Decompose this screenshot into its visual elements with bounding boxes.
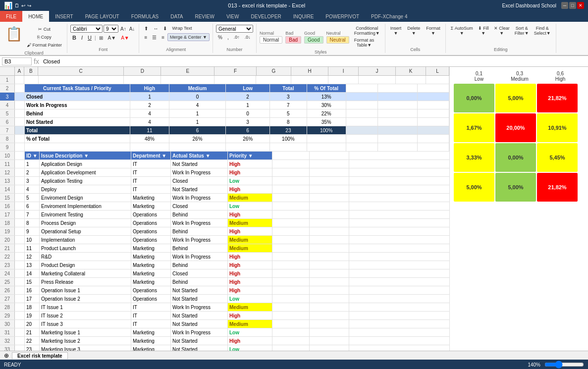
row-num-3[interactable]: 3 [0,93,15,101]
task-id-20[interactable]: 10 [25,236,40,244]
task-desc-23[interactable]: Product Design [40,261,131,269]
task-status-11[interactable]: Not Started [171,160,228,168]
formula-input[interactable] [41,58,586,65]
row-num-13[interactable]: 13 [0,177,15,185]
row-num-10[interactable]: 10 [0,152,15,159]
percent-btn[interactable]: % [216,34,224,41]
task-id-29[interactable]: 19 [25,312,40,319]
col-header-h[interactable]: H [291,67,328,75]
task-status-22[interactable]: Work In Progress [171,253,228,261]
task-desc-24[interactable]: Marketing Collateral [40,269,131,277]
task-id-12[interactable]: 2 [25,168,40,176]
behind-pct[interactable]: 22% [307,109,346,117]
task-id-33[interactable]: 23 [25,345,40,351]
task-dept-20[interactable]: Operations [131,236,171,244]
behind-high[interactable]: 4 [130,109,169,117]
task-desc-28[interactable]: IT Issue 1 [40,303,131,311]
task-desc-17[interactable]: Enviroment Testing [40,211,131,218]
wip-total[interactable]: 7 [270,101,307,109]
decrease-font-btn[interactable]: A↓ [128,26,136,32]
not-started-label[interactable]: Not Started [25,118,130,126]
wip-pct[interactable]: 30% [307,101,346,109]
closed-high[interactable]: 1 [130,93,169,101]
comma-btn[interactable]: , [225,34,231,41]
task-desc-32[interactable]: Marketing Issue 2 [40,337,131,345]
row-num-12[interactable]: 12 [0,168,15,176]
align-right-btn[interactable]: ≡ [160,34,166,41]
font-color-btn[interactable]: A▼ [119,34,131,42]
task-desc-20[interactable]: Implementation [40,236,131,244]
task-dept-26[interactable]: Operations [131,286,171,294]
cut-btn[interactable]: ✂ Cut [25,26,64,33]
task-status-32[interactable]: Not Started [171,337,228,345]
align-center-btn[interactable]: ☰ [150,34,159,41]
task-desc-15[interactable]: Enviroment Design [40,194,131,202]
row-num-30[interactable]: 30 [0,320,15,328]
task-id-18[interactable]: 8 [25,219,40,227]
task-status-15[interactable]: Work In Progress [171,194,228,202]
row-num-11[interactable]: 11 [0,160,15,168]
task-id-28[interactable]: 18 [25,303,40,311]
row-num-14[interactable]: 14 [0,185,15,193]
cell-reference[interactable] [2,57,32,65]
wip-high[interactable]: 2 [130,101,169,109]
autosum-btn[interactable]: Σ AutoSum▼ [449,25,475,37]
row-num-22[interactable]: 22 [0,253,15,261]
task-id-17[interactable]: 7 [25,211,40,218]
add-sheet-btn[interactable]: ⊕ [2,352,11,359]
task-dept-24[interactable]: Marketing [131,269,171,277]
task-priority-23[interactable]: High [228,261,272,269]
task-priority-33[interactable]: Low [228,345,272,351]
task-priority-12[interactable]: High [228,168,272,176]
task-dept-18[interactable]: Operations [131,219,171,227]
tab-data[interactable]: DATA [164,11,189,22]
task-priority-14[interactable]: High [228,185,272,193]
row-num-24[interactable]: 24 [0,269,15,277]
task-priority-21[interactable]: Medium [228,244,272,252]
align-top-btn[interactable]: ⬆ [142,25,150,32]
task-priority-30[interactable]: Medium [228,320,272,328]
behind-medium[interactable]: 1 [169,109,226,117]
task-id-26[interactable]: 16 [25,286,40,294]
clear-btn[interactable]: ✕ Clear▼ [492,25,512,37]
row-num-15[interactable]: 15 [0,194,15,202]
task-dept-31[interactable]: Marketing [131,328,171,336]
col-header-j[interactable]: J [359,67,396,75]
task-id-13[interactable]: 3 [25,177,40,185]
tab-file[interactable]: FILE [0,11,22,22]
task-id-23[interactable]: 13 [25,261,40,269]
pct-pct[interactable] [307,135,346,143]
sheet-tab-risk[interactable]: Excel risk template [12,352,68,359]
task-dept-19[interactable]: Operations [131,227,171,235]
row-num-29[interactable]: 29 [0,312,15,319]
task-id-25[interactable]: 15 [25,278,40,286]
behind-low[interactable]: 0 [226,109,270,117]
task-status-19[interactable]: Behind [171,227,228,235]
task-dept-22[interactable]: Marketing [131,253,171,261]
task-priority-13[interactable]: Low [228,177,272,185]
task-status-17[interactable]: Behind [171,211,228,218]
task-status-31[interactable]: Work In Progress [171,328,228,336]
priority-col-header[interactable]: Priority ▼ [228,152,272,159]
task-priority-22[interactable]: High [228,253,272,261]
task-status-27[interactable]: Not Started [171,295,228,303]
paste-btn[interactable]: 📋 [4,25,24,50]
row-num-8[interactable]: 8 [0,135,15,143]
tab-formulas[interactable]: FORMULAS [125,11,165,22]
task-dept-14[interactable]: IT [131,185,171,193]
task-dept-25[interactable]: Marketing [131,278,171,286]
task-dept-29[interactable]: IT [131,312,171,319]
task-status-20[interactable]: Work In Progress [171,236,228,244]
task-priority-17[interactable]: High [228,211,272,218]
task-desc-30[interactable]: IT Issue 3 [40,320,131,328]
task-status-14[interactable]: Not Started [171,185,228,193]
task-id-19[interactable]: 9 [25,227,40,235]
task-priority-28[interactable]: Medium [228,303,272,311]
task-priority-32[interactable]: High [228,337,272,345]
row-num-27[interactable]: 27 [0,295,15,303]
col-header-g[interactable]: G [257,67,291,75]
row-num-20[interactable]: 20 [0,236,15,244]
fill-btn[interactable]: ⬇ Fill▼ [476,25,491,37]
merge-center-btn[interactable]: Merge & Center ▼ [167,33,210,41]
total-pct[interactable]: 100% [307,126,346,134]
